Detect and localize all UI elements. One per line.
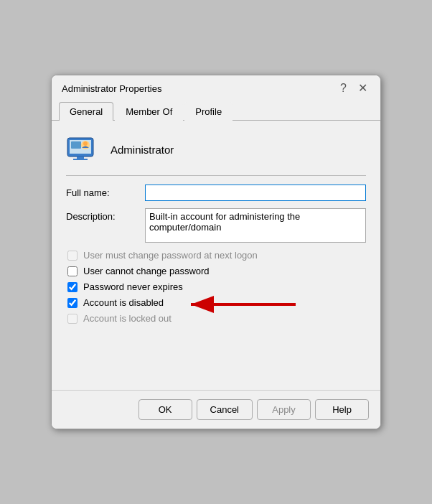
cannot-change-checkbox[interactable] <box>67 266 78 276</box>
svg-rect-5 <box>73 159 88 160</box>
tab-member-of[interactable]: Member Of <box>115 102 183 121</box>
user-avatar-icon <box>66 132 100 167</box>
svg-rect-2 <box>71 141 81 149</box>
tab-bar: General Member Of Profile <box>52 101 380 121</box>
never-expires-label: Password never expires <box>83 281 183 292</box>
cancel-button[interactable]: Cancel <box>197 399 253 420</box>
full-name-input[interactable] <box>145 185 366 201</box>
checkbox-row-cannot-change: User cannot change password <box>67 266 366 276</box>
full-name-row: Full name: <box>66 185 366 201</box>
tab-profile[interactable]: Profile <box>184 102 233 121</box>
svg-point-6 <box>83 141 88 146</box>
checkbox-row-never-expires: Password never expires <box>67 281 366 292</box>
cannot-change-label: User cannot change password <box>83 266 210 276</box>
button-bar: OK Cancel Apply Help <box>52 390 380 429</box>
header-divider <box>66 175 366 176</box>
dialog-title: Administrator Properties <box>62 83 161 94</box>
checkbox-group: User must change password at next logon … <box>66 250 366 324</box>
user-display-name: Administrator <box>111 144 174 156</box>
apply-button[interactable]: Apply <box>257 399 311 420</box>
must-change-checkbox[interactable] <box>67 251 78 261</box>
description-input[interactable]: Built-in account for administering the c… <box>145 208 366 243</box>
description-row: Description: Built-in account for admini… <box>66 208 366 243</box>
checkbox-row-must-change: User must change password at next logon <box>67 250 366 261</box>
must-change-label: User must change password at next logon <box>83 250 258 261</box>
user-header: Administrator <box>66 132 366 167</box>
content-spacer <box>66 324 366 381</box>
close-title-button[interactable]: ✕ <box>355 83 370 94</box>
locked-out-label: Account is locked out <box>83 313 172 324</box>
description-label: Description: <box>66 208 145 222</box>
tab-general[interactable]: General <box>59 102 113 121</box>
help-button[interactable]: Help <box>315 399 369 420</box>
administrator-properties-dialog: Administrator Properties ? ✕ General Mem… <box>51 75 381 429</box>
never-expires-checkbox[interactable] <box>67 282 78 292</box>
locked-out-checkbox[interactable] <box>67 314 78 324</box>
is-disabled-label: Account is disabled <box>83 297 164 308</box>
ok-button[interactable]: OK <box>138 399 192 420</box>
is-disabled-checkbox[interactable] <box>67 298 78 308</box>
title-bar: Administrator Properties ? ✕ <box>52 75 380 98</box>
tab-content: Administrator Full name: Description: Bu… <box>52 121 380 390</box>
title-bar-buttons: ? ✕ <box>337 83 370 94</box>
full-name-label: Full name: <box>66 185 145 198</box>
help-title-button[interactable]: ? <box>337 83 349 94</box>
checkbox-row-locked-out: Account is locked out <box>67 313 366 324</box>
checkbox-row-is-disabled: Account is disabled <box>67 297 366 308</box>
